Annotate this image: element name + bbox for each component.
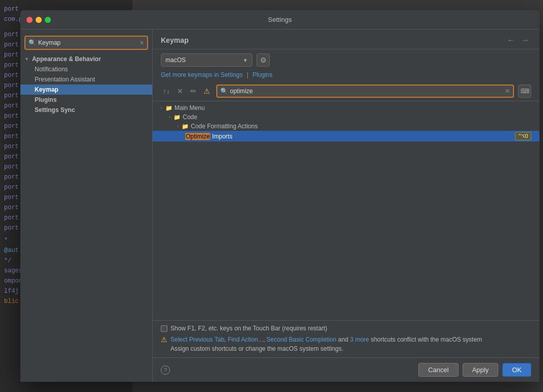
filter-icons: ↑↓ ✕ ✏ ⚠: [161, 86, 212, 96]
action-search-icon: 🔍: [220, 88, 228, 95]
close-button[interactable]: [26, 17, 33, 23]
label-imports: Imports: [212, 133, 233, 140]
sidebar-item-settings-sync-label: Settings Sync: [35, 106, 75, 114]
traffic-lights: [26, 17, 51, 23]
tree-label-optimize-imports: Optimize Imports: [185, 133, 233, 140]
conflict-warning-icon: ⚠: [161, 335, 167, 344]
tree-item-code[interactable]: › 📁 Code: [153, 113, 539, 122]
conflict-text1: shortcuts conflict with the macOS system: [370, 336, 482, 343]
sidebar-item-plugins[interactable]: Plugins: [20, 95, 152, 105]
conflict-row: ⚠ Select Previous Tab, Find Action..., S…: [161, 335, 531, 353]
sidebar-group-label: Appearance & Behavior: [32, 55, 101, 63]
tree-item-main-menu[interactable]: › 📁 Main Menu: [153, 103, 539, 113]
right-header: Keymap ← →: [153, 30, 539, 49]
sidebar-item-plugins-label: Plugins: [35, 96, 56, 103]
folder-icon: 📁: [174, 114, 181, 121]
keymap-tree: › 📁 Main Menu › 📁 Code › 📁 Code Formatti…: [153, 101, 539, 320]
highlight-optimize: Optimize: [185, 133, 210, 140]
sidebar-item-presentation[interactable]: Presentation Assistant: [20, 74, 152, 85]
sidebar-group-appearance[interactable]: ▼ Appearance & Behavior: [20, 54, 152, 64]
right-panel: Keymap ← → macOS ▼ ⚙ Get more keymaps in…: [153, 30, 539, 382]
touch-bar-label: Show F1, F2, etc. keys on the Touch Bar …: [170, 325, 327, 332]
folder-icon: 📁: [165, 105, 173, 111]
chevron-down-icon: ▼: [24, 57, 29, 62]
folder-icon: 📁: [182, 123, 189, 130]
link-separator: |: [247, 71, 248, 78]
dialog-footer: ? Cancel Apply OK: [153, 357, 539, 382]
scheme-dropdown[interactable]: macOS ▼: [161, 53, 252, 67]
keymap-controls: macOS ▼ ⚙: [153, 49, 539, 71]
tree-label-main-menu: Main Menu: [175, 104, 205, 111]
tree-item-code-formatting[interactable]: › 📁 Code Formatting Actions: [153, 122, 539, 131]
links-row: Get more keymaps in Settings | Plugins: [153, 71, 539, 82]
conflict-text: Select Previous Tab, Find Action..., Sec…: [170, 335, 482, 353]
sidebar-item-notifications-label: Notifications: [35, 66, 68, 73]
sidebar-search-container: 🔍 Keymap ✕: [20, 34, 152, 54]
left-panel: 🔍 Keymap ✕ ▼ Appearance & Behavior Notif…: [20, 30, 153, 382]
help-icon-label: ?: [164, 367, 167, 373]
tree-label-code-formatting: Code Formatting Actions: [191, 123, 258, 130]
chevron-icon: ›: [169, 115, 170, 120]
action-search-box[interactable]: 🔍 optimize ✕: [216, 85, 514, 98]
settings-dialog: Settings 🔍 Keymap ✕ ▼ Appearance & Behav…: [20, 10, 539, 382]
get-more-keymaps-link[interactable]: Get more keymaps in Settings: [161, 71, 243, 78]
record-icon: ⌨: [521, 88, 529, 95]
ok-button[interactable]: OK: [502, 363, 531, 377]
filter-warning-icon[interactable]: ⚠: [202, 86, 212, 96]
conflict-and-text: and: [338, 336, 350, 343]
filter-up-icon[interactable]: ↑↓: [161, 86, 172, 96]
apply-button[interactable]: Apply: [463, 363, 499, 377]
conflict-link-more[interactable]: 3 more: [350, 336, 369, 343]
bottom-section: Show F1, F2, etc. keys on the Touch Bar …: [153, 320, 539, 357]
conflict-link-second-basic[interactable]: Second Basic Completion: [267, 336, 336, 343]
minimize-button[interactable]: [36, 17, 42, 23]
gear-icon: ⚙: [260, 56, 267, 64]
conflict-link-find-action[interactable]: Find Action...: [228, 336, 263, 343]
conflict-text2: Assign custom shortcuts or change the ma…: [170, 345, 343, 352]
search-filter-bar: ↑↓ ✕ ✏ ⚠ 🔍 optimize ✕ ⌨: [153, 82, 539, 101]
plugins-link[interactable]: Plugins: [252, 71, 272, 78]
gear-button[interactable]: ⚙: [256, 53, 270, 67]
action-search-clear[interactable]: ✕: [505, 88, 510, 95]
title-bar: Settings: [20, 10, 539, 30]
action-search-value: optimize: [230, 88, 503, 95]
sidebar-item-keymap[interactable]: Keymap: [20, 85, 152, 95]
sidebar-search-value: Keymap: [38, 39, 137, 46]
dropdown-arrow-icon: ▼: [243, 58, 248, 63]
sidebar-search-icon: 🔍: [28, 39, 36, 46]
tree-item-optimize-imports[interactable]: Optimize Imports ^⌥O: [153, 131, 539, 142]
back-arrow[interactable]: ←: [505, 35, 517, 46]
cancel-button[interactable]: Cancel: [418, 363, 458, 377]
scheme-value: macOS: [165, 57, 186, 64]
shortcut-badge: ^⌥O: [515, 132, 531, 141]
sidebar-item-settings-sync[interactable]: Settings Sync: [20, 105, 152, 115]
sidebar-search-clear[interactable]: ✕: [139, 40, 144, 46]
forward-arrow[interactable]: →: [519, 35, 531, 46]
chevron-icon: ›: [161, 105, 162, 110]
sidebar-search-box[interactable]: 🔍 Keymap ✕: [24, 36, 148, 50]
record-shortcut-button[interactable]: ⌨: [518, 85, 531, 98]
sidebar-item-presentation-label: Presentation Assistant: [35, 76, 95, 83]
touch-bar-checkbox[interactable]: [161, 325, 167, 332]
filter-edit-icon[interactable]: ✏: [188, 86, 198, 96]
nav-arrows: ← →: [505, 35, 531, 46]
dialog-body: 🔍 Keymap ✕ ▼ Appearance & Behavior Notif…: [20, 30, 539, 382]
dialog-title: Settings: [268, 16, 292, 23]
conflict-link-select-prev-tab[interactable]: Select Previous Tab: [170, 336, 224, 343]
touch-bar-row: Show F1, F2, etc. keys on the Touch Bar …: [161, 325, 531, 332]
right-panel-title: Keymap: [161, 36, 188, 44]
maximize-button[interactable]: [45, 17, 51, 23]
filter-remove-icon[interactable]: ✕: [175, 86, 185, 96]
sidebar-item-notifications[interactable]: Notifications: [20, 64, 152, 74]
tree-label-code: Code: [183, 114, 197, 121]
sidebar-item-keymap-label: Keymap: [35, 86, 59, 93]
chevron-icon: ›: [177, 124, 179, 129]
help-button[interactable]: ?: [161, 366, 170, 375]
